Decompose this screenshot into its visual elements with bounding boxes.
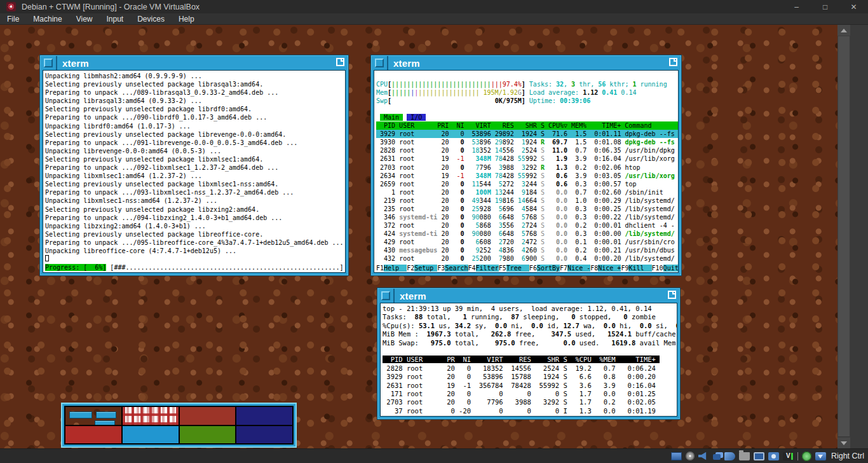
vertical-scrollbar[interactable] (837, 25, 850, 448)
terminal-line: Preparing to unpack .../093-libxmlsec1-n… (45, 188, 345, 197)
iconify-button[interactable] (381, 291, 390, 300)
process-row[interactable]: 2631 root 19 -1 348M 78428 55992 S 1.9 3… (376, 155, 678, 163)
htop-titlebar[interactable]: xterm (374, 56, 679, 70)
title-divider (393, 289, 395, 303)
minimize-button[interactable]: – (782, 0, 811, 13)
terminal-line: Selecting previously unselected package … (45, 105, 345, 113)
process-row: 3929 root 20 0 53896 15788 1924 S 6.6 0.… (383, 373, 677, 381)
fkey-f1[interactable]: F1 (376, 265, 384, 272)
xterm-window-apt: xterm Unpacking libmhash2:amd64 (0.9.9.9… (39, 55, 349, 276)
process-row[interactable]: 424 systemd-ti 20 0 90080 6648 5768 S 0.… (376, 230, 678, 238)
fkey-f3-label[interactable]: Search (445, 265, 468, 272)
virtualization-icon[interactable]: V (783, 452, 794, 460)
workspace-cell-7[interactable] (180, 426, 236, 444)
fkey-f2[interactable]: F2 (407, 265, 414, 272)
audio-icon[interactable] (698, 452, 709, 460)
fkey-f3[interactable]: F3 (437, 265, 445, 272)
menu-view[interactable]: View (69, 15, 100, 24)
resize-button[interactable] (667, 57, 678, 69)
fkey-f9[interactable]: F9 (621, 265, 628, 272)
process-row: 37 root 0 -20 0 0 0 I 1.3 0.0 0:01.19 (383, 407, 677, 415)
text-cursor (45, 255, 49, 261)
recording-icon[interactable] (768, 452, 779, 460)
workspace-cell-4[interactable] (236, 407, 292, 425)
menu-devices[interactable]: Devices (130, 15, 172, 24)
usb-icon[interactable] (724, 452, 735, 460)
maximize-button[interactable]: □ (811, 0, 839, 13)
top-summary-line: MiB Swap: 975.0 total, 975.0 free, 0.0 u… (383, 339, 677, 347)
resize-button[interactable] (665, 290, 677, 301)
apt-titlebar[interactable]: xterm (43, 56, 346, 70)
fkey-f6[interactable]: F6 (529, 265, 537, 272)
htop-tab-main[interactable]: Main (380, 114, 403, 121)
menubar: FileMachineViewInputDevicesHelp (0, 13, 868, 25)
keyboard-icon[interactable] (815, 452, 826, 460)
titlebar[interactable]: Debian + CTWM [Running] - Oracle VM Virt… (0, 0, 868, 13)
statusbar: V Right Ctrl (0, 448, 868, 463)
fkey-f4-label[interactable]: Filter (476, 265, 499, 272)
process-row[interactable]: 2703 root 20 0 7796 3988 3292 R 1.3 0.2 … (376, 163, 678, 172)
close-button[interactable]: ✕ (839, 0, 868, 13)
terminal-line: Preparing to unpack .../094-libzxing2_1.… (45, 214, 345, 222)
process-row[interactable]: 2828 root 20 0 18352 14556 2524 S 11.0 0… (376, 146, 678, 155)
menu-input[interactable]: Input (100, 15, 131, 24)
mouse-integration-icon[interactable] (802, 452, 811, 461)
process-row[interactable]: 2634 root 19 -1 348M 78428 55992 S 0.6 3… (376, 172, 678, 180)
workspace-cell-2[interactable] (123, 407, 179, 425)
workspace-cell-8[interactable] (236, 426, 292, 444)
fkey-f10-label[interactable]: Quit (663, 265, 679, 272)
optical-disc-icon[interactable] (686, 452, 695, 460)
fkey-f4[interactable]: F4 (468, 265, 476, 272)
process-row[interactable]: 2659 root 20 0 11544 5272 3244 S 0.6 0.3… (376, 180, 678, 188)
workspace-cell-6[interactable] (123, 426, 179, 444)
htop-terminal-content[interactable]: CPU[|||||||||||||||||||||||||||||97.4%] … (374, 70, 679, 273)
vm-display[interactable]: xterm Unpacking libmhash2:amd64 (0.9.9.9… (0, 25, 837, 448)
display-icon[interactable] (754, 452, 764, 460)
process-row[interactable]: 432 root 20 0 25200 7980 6900 S 0.0 0.4 … (376, 254, 678, 263)
process-row[interactable]: 1 root 20 0 100M 13244 9184 S 0.0 0.7 0:… (376, 188, 678, 197)
process-row[interactable]: 429 root 20 0 6608 2720 2472 S 0.0 0.1 0… (376, 238, 678, 246)
process-row[interactable]: 346 systemd-ti 20 0 90080 6648 5768 S 0.… (376, 213, 678, 221)
workspace-cell-1[interactable] (65, 407, 121, 425)
fkey-f10[interactable]: F10 (652, 265, 663, 272)
fkey-f6-label[interactable]: SortBy (537, 265, 560, 272)
fkey-f5[interactable]: F5 (499, 265, 506, 272)
scroll-down-icon[interactable] (837, 438, 850, 448)
workspace-cell-5[interactable] (65, 426, 121, 444)
network-icon[interactable] (713, 454, 721, 460)
menu-help[interactable]: Help (172, 15, 201, 24)
process-row[interactable]: 3930 root 20 0 53896 29892 1924 R 69.7 1… (376, 138, 678, 146)
shared-folder-icon[interactable] (739, 452, 750, 460)
process-row[interactable]: 235 root 20 0 25928 5696 4584 S 0.0 0.3 … (376, 205, 678, 213)
hard-disk-icon[interactable] (671, 452, 682, 460)
apt-terminal-content[interactable]: Unpacking libmhash2:amd64 (0.9.9.9-9) ..… (43, 70, 346, 273)
terminal-line: Unpacking libzxing2:amd64 (1.4.0-3+b1) .… (45, 222, 345, 230)
scroll-up-icon[interactable] (837, 25, 850, 36)
fkey-f8[interactable]: F8 (590, 265, 598, 272)
fkey-f2-label[interactable]: Setup (414, 265, 437, 272)
htop-tab-io[interactable]: I/O (407, 114, 426, 121)
fkey-f7-label[interactable]: Nice - (567, 265, 590, 272)
workspace-cell-3[interactable] (180, 407, 236, 425)
process-row[interactable]: 3929 root 20 0 53896 29892 1924 S 71.6 1… (376, 130, 678, 138)
fkey-f9-label[interactable]: Kill (628, 265, 651, 272)
top-summary-line: %Cpu(s): 53.1 us, 34.2 sy, 0.0 ni, 0.0 i… (383, 322, 677, 330)
menu-file[interactable]: File (0, 15, 26, 24)
fkey-f8-label[interactable]: Nice + (598, 265, 621, 272)
process-row[interactable]: 430 messagebus 20 0 9252 4836 4260 S 0.0… (376, 246, 678, 254)
process-row[interactable]: 372 root 20 0 5868 3556 2724 S 0.0 0.2 0… (376, 221, 678, 230)
iconify-button[interactable] (44, 59, 53, 67)
fkey-f1-label[interactable]: Help (384, 265, 407, 272)
viewport-gap (850, 25, 868, 448)
top-terminal-content[interactable]: top - 21:39:13 up 39 min, 4 users, load … (380, 303, 677, 417)
fkey-f5-label[interactable]: Tree (506, 265, 529, 272)
resize-button[interactable] (334, 57, 345, 69)
iconify-button[interactable] (375, 59, 384, 67)
terminal-line: Preparing to unpack .../090-librdf0_1.0.… (45, 113, 345, 121)
fkey-f7[interactable]: F7 (560, 265, 567, 272)
process-row[interactable]: 219 root 20 0 49344 19816 14664 S 0.0 1.… (376, 197, 678, 205)
top-titlebar[interactable]: xterm (380, 289, 677, 303)
menu-machine[interactable]: Machine (26, 15, 69, 24)
htop-table-header: PID USER PRI NI VIRT RES SHR S CPU%▽ MEM… (376, 121, 678, 130)
scrollbar-thumb[interactable] (838, 36, 850, 436)
